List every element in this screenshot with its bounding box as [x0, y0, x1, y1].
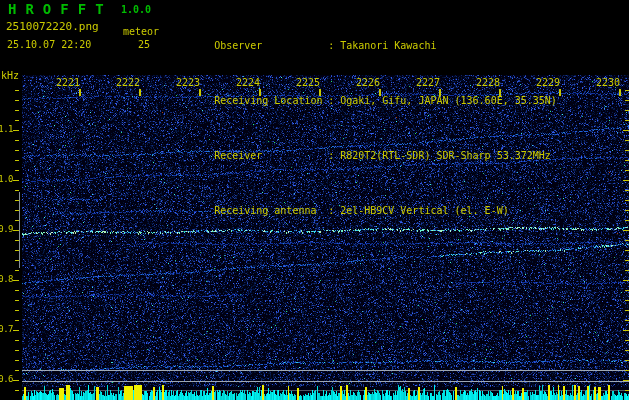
station-row-receiver: Receiver:R820T2(RTL-SDR) SDR-Sharp 53.37… — [178, 139, 557, 172]
time-tick-label: 2224 — [236, 77, 260, 88]
freq-tick-label: 1.1 — [0, 124, 13, 134]
meteor-count: 25 — [138, 39, 150, 50]
station-value: R820T2(RTL-SDR) SDR-Sharp 53.372MHz — [340, 150, 551, 161]
station-label: Receiving antenna — [214, 205, 328, 216]
capture-filename: 2510072220.png — [6, 20, 99, 33]
station-value: 2el-HB9CV Vertical (el. E-W) — [340, 205, 509, 216]
station-separator: : — [328, 205, 340, 216]
freq-tick-label: 1.0 — [0, 174, 13, 184]
station-separator: : — [328, 150, 340, 161]
station-label: Observer — [214, 40, 328, 51]
freq-tick-label: 0.8 — [0, 274, 13, 284]
freq-tick-label: 0.9 — [0, 224, 13, 234]
station-label: Receiving Location — [214, 95, 328, 106]
time-tick-label: 2221 — [56, 77, 80, 88]
station-row-observer: Observer:Takanori Kawachi — [178, 29, 557, 62]
hrofft-window: HROFFT 1.0.0 2510072220.png meteor 25.10… — [0, 0, 629, 400]
time-tick-label: 2229 — [536, 77, 560, 88]
freq-axis-unit-label: kHz — [1, 70, 19, 81]
station-label: Receiver — [214, 150, 328, 161]
time-tick-label: 2227 — [416, 77, 440, 88]
freq-tick-label: 0.7 — [0, 324, 13, 334]
app-title: HROFFT — [8, 2, 113, 16]
freq-tick-label: 0.6 — [0, 374, 13, 384]
time-tick-label: 2222 — [116, 77, 140, 88]
station-info: Observer:Takanori Kawachi Receiving Loca… — [178, 7, 557, 249]
app-version: 1.0.0 — [121, 4, 151, 15]
time-tick-label: 2228 — [476, 77, 500, 88]
time-tick-label: 2223 — [176, 77, 200, 88]
station-separator: : — [328, 95, 340, 106]
time-tick-label: 2225 — [296, 77, 320, 88]
time-tick-label: 2226 — [356, 77, 380, 88]
station-separator: : — [328, 40, 340, 51]
capture-mode: meteor — [123, 26, 159, 37]
station-row-antenna: Receiving antenna:2el-HB9CV Vertical (el… — [178, 194, 557, 227]
capture-datetime: 25.10.07 22:20 — [7, 39, 91, 50]
station-value: Takanori Kawachi — [340, 40, 436, 51]
station-value: Ogaki, Gifu, JAPAN (136.60E, 35.35N) — [340, 95, 557, 106]
station-row-location: Receiving Location:Ogaki, Gifu, JAPAN (1… — [178, 84, 557, 117]
time-tick-label: 2230 — [596, 77, 620, 88]
